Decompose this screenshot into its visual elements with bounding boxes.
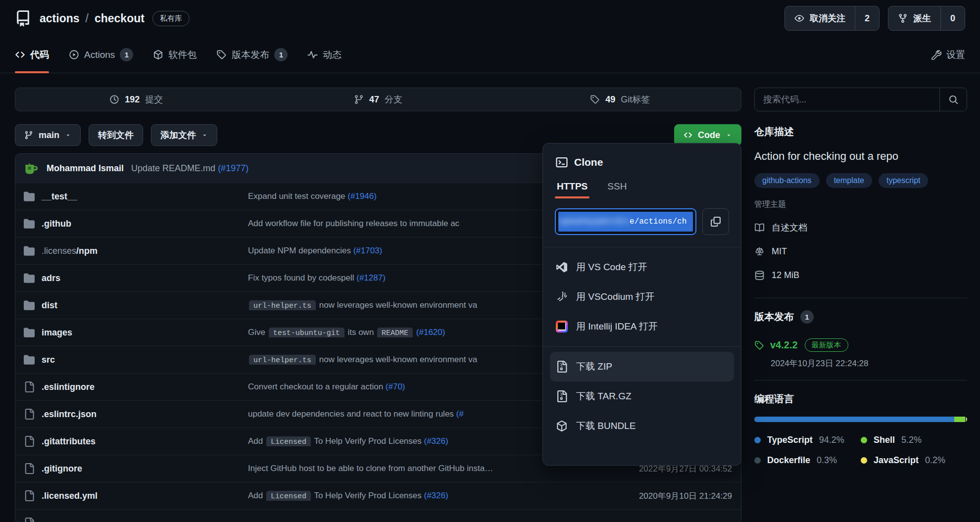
fork-button[interactable]: 派生 0 <box>888 6 965 31</box>
tab-settings[interactable]: 设置 <box>931 37 965 73</box>
language-name: TypeScript <box>767 435 813 445</box>
issue-link[interactable]: (#1287) <box>356 273 386 283</box>
file-name[interactable]: __test__ <box>42 191 77 202</box>
issue-link[interactable]: (# <box>456 409 464 419</box>
language-legend-item[interactable]: Shell5.2% <box>861 435 967 445</box>
tags-stat[interactable]: 49 Git标签 <box>499 94 741 105</box>
commit-pr-link[interactable]: (#1977) <box>218 163 248 173</box>
code-chip: url-helper.ts <box>249 300 316 310</box>
chevron-down-icon <box>65 132 71 139</box>
table-row[interactable] <box>15 509 741 522</box>
download-bundle-item[interactable]: 下载 BUNDLE <box>543 411 741 441</box>
open-vscode-item[interactable]: 用 VS Code 打开 <box>543 252 741 282</box>
issue-link[interactable]: (#70) <box>386 382 405 391</box>
commit-message: Update README.md (#1977) <box>131 163 248 174</box>
open-vscodium-label: 用 VSCodium 打开 <box>576 290 654 303</box>
commits-stat[interactable]: 192 提交 <box>15 94 257 105</box>
branches-stat[interactable]: 47 分支 <box>257 94 499 105</box>
file-name[interactable]: adrs <box>42 273 60 284</box>
download-zip-item[interactable]: 下载 ZIP <box>550 352 734 381</box>
search-button[interactable] <box>939 88 967 111</box>
open-vscodium-item[interactable]: 用 VSCodium 打开 <box>543 282 741 312</box>
topic-list: github-actionstemplatetypescript <box>754 173 967 188</box>
file-zip-icon <box>556 361 568 373</box>
tab-actions[interactable]: Actions 1 <box>69 37 133 73</box>
chevron-down-icon <box>726 132 732 139</box>
tab-code[interactable]: 代码 <box>15 37 49 73</box>
search-icon <box>948 95 959 105</box>
download-targz-label: 下载 TAR.GZ <box>576 390 632 403</box>
language-percent: 94.2% <box>819 435 844 445</box>
file-name[interactable]: .gitattributes <box>42 436 96 447</box>
table-row[interactable]: .licensed.ymlAdd Licensed To Help Verify… <box>15 482 741 509</box>
add-file-button[interactable]: 添加文件 <box>151 124 217 146</box>
file-name[interactable]: dist <box>42 300 57 311</box>
tab-releases[interactable]: 版本发布 1 <box>216 37 288 73</box>
file-name[interactable]: .licenses/npm <box>42 246 98 256</box>
file-name[interactable]: .gitignore <box>42 464 82 474</box>
issue-link[interactable]: (#1946) <box>347 191 377 201</box>
branch-selector[interactable]: main <box>15 124 81 146</box>
clock-icon <box>109 95 119 104</box>
language-legend-item[interactable]: Dockerfile0.3% <box>754 455 861 466</box>
file-name[interactable]: .github <box>42 219 71 229</box>
commit-author[interactable]: Mohammad Ismail <box>47 163 124 174</box>
code-icon <box>15 49 25 60</box>
manage-topics-link[interactable]: 管理主题 <box>754 199 967 210</box>
avatar[interactable] <box>23 160 39 176</box>
language-bar-segment <box>954 417 965 422</box>
readme-link[interactable]: 自述文档 <box>754 216 967 239</box>
repo-owner-link[interactable]: actions <box>40 12 80 25</box>
unwatch-button[interactable]: 取消关注 2 <box>784 6 880 31</box>
language-legend-item[interactable]: TypeScript94.2% <box>754 435 861 445</box>
file-zip-icon <box>556 390 568 402</box>
database-icon <box>754 270 765 281</box>
license-link[interactable]: MIT <box>754 239 967 263</box>
copy-url-button[interactable] <box>702 208 729 235</box>
tab-https[interactable]: HTTPS <box>556 181 588 198</box>
file-name[interactable]: images <box>42 328 72 338</box>
description-heading: 仓库描述 <box>754 125 967 139</box>
repo-name-link[interactable]: checkout <box>95 12 145 25</box>
file-name[interactable]: .eslintignore <box>42 382 95 392</box>
pulse-icon <box>307 49 318 60</box>
issue-link[interactable]: (#326) <box>424 436 448 446</box>
watch-count[interactable]: 2 <box>855 6 879 30</box>
language-legend-item[interactable]: JavaScript0.2% <box>861 455 967 466</box>
topic-pill[interactable]: github-actions <box>754 173 820 188</box>
tab-packages[interactable]: 软件包 <box>153 37 196 73</box>
topic-pill[interactable]: typescript <box>879 173 928 188</box>
divider <box>754 298 967 298</box>
issue-link[interactable]: (#1703) <box>353 246 383 255</box>
tab-ssh[interactable]: SSH <box>606 181 628 198</box>
folder-icon <box>24 218 35 229</box>
releases-heading[interactable]: 版本发布 <box>754 310 794 324</box>
latest-release-badge: 最新版本 <box>805 338 848 352</box>
fork-count[interactable]: 0 <box>940 6 965 30</box>
download-targz-item[interactable]: 下载 TAR.GZ <box>543 381 741 411</box>
latest-release: v4.2.2 最新版本 <box>754 338 967 352</box>
language-percent: 0.2% <box>925 455 945 466</box>
clone-url-redacted: xgkwehqzpbnrmtv <box>558 212 630 232</box>
app-header: actions / checkout 私有库 取消关注 2 派生 0 <box>0 0 980 37</box>
open-idea-item[interactable]: 用 Intellij IDEA 打开 <box>543 312 741 341</box>
play-circle-icon <box>69 49 79 60</box>
issue-link[interactable]: (#326) <box>424 491 448 500</box>
topic-pill[interactable]: template <box>826 173 872 188</box>
tab-activity[interactable]: 动态 <box>307 37 342 73</box>
package-icon <box>556 420 568 432</box>
clone-url-input[interactable]: xgkwehqzpbnrmtve/actions/ch <box>555 208 696 235</box>
file-name[interactable]: .eslintrc.json <box>42 409 97 420</box>
goto-file-button[interactable]: 转到文件 <box>89 124 143 146</box>
issue-link[interactable]: (#1620) <box>416 328 445 337</box>
actions-count-badge: 1 <box>120 48 133 61</box>
search-input[interactable] <box>755 88 939 111</box>
copy-icon <box>710 216 721 227</box>
file-name[interactable]: src <box>42 355 55 365</box>
releases-count-badge: 1 <box>800 310 814 324</box>
download-zip-label: 下载 ZIP <box>576 360 612 373</box>
release-version-link[interactable]: v4.2.2 <box>770 339 798 351</box>
file-name[interactable]: .licensed.yml <box>42 491 98 501</box>
language-bar[interactable] <box>754 417 967 422</box>
code-chip: Licensed <box>266 436 311 446</box>
